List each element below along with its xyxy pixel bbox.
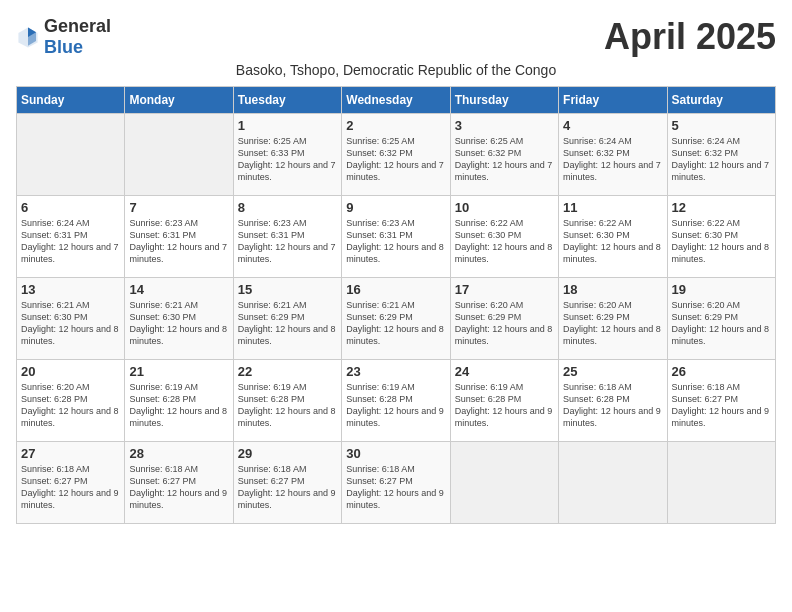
calendar-cell: 22Sunrise: 6:19 AMSunset: 6:28 PMDayligh… xyxy=(233,360,341,442)
header-tuesday: Tuesday xyxy=(233,87,341,114)
calendar-header-row: SundayMondayTuesdayWednesdayThursdayFrid… xyxy=(17,87,776,114)
logo-icon xyxy=(16,25,40,49)
cell-info: Sunrise: 6:21 AMSunset: 6:30 PMDaylight:… xyxy=(129,299,228,348)
calendar-cell: 19Sunrise: 6:20 AMSunset: 6:29 PMDayligh… xyxy=(667,278,775,360)
day-number: 6 xyxy=(21,200,120,215)
header-sunday: Sunday xyxy=(17,87,125,114)
header-wednesday: Wednesday xyxy=(342,87,450,114)
calendar-week-1: 1Sunrise: 6:25 AMSunset: 6:33 PMDaylight… xyxy=(17,114,776,196)
calendar-table: SundayMondayTuesdayWednesdayThursdayFrid… xyxy=(16,86,776,524)
day-number: 4 xyxy=(563,118,662,133)
header-monday: Monday xyxy=(125,87,233,114)
calendar-cell: 30Sunrise: 6:18 AMSunset: 6:27 PMDayligh… xyxy=(342,442,450,524)
cell-info: Sunrise: 6:23 AMSunset: 6:31 PMDaylight:… xyxy=(129,217,228,266)
cell-info: Sunrise: 6:19 AMSunset: 6:28 PMDaylight:… xyxy=(455,381,554,430)
day-number: 7 xyxy=(129,200,228,215)
day-number: 14 xyxy=(129,282,228,297)
calendar-week-4: 20Sunrise: 6:20 AMSunset: 6:28 PMDayligh… xyxy=(17,360,776,442)
cell-info: Sunrise: 6:25 AMSunset: 6:32 PMDaylight:… xyxy=(455,135,554,184)
calendar-cell: 15Sunrise: 6:21 AMSunset: 6:29 PMDayligh… xyxy=(233,278,341,360)
cell-info: Sunrise: 6:22 AMSunset: 6:30 PMDaylight:… xyxy=(455,217,554,266)
day-number: 24 xyxy=(455,364,554,379)
calendar-cell: 14Sunrise: 6:21 AMSunset: 6:30 PMDayligh… xyxy=(125,278,233,360)
cell-info: Sunrise: 6:19 AMSunset: 6:28 PMDaylight:… xyxy=(238,381,337,430)
cell-info: Sunrise: 6:18 AMSunset: 6:27 PMDaylight:… xyxy=(238,463,337,512)
cell-info: Sunrise: 6:22 AMSunset: 6:30 PMDaylight:… xyxy=(672,217,771,266)
cell-info: Sunrise: 6:21 AMSunset: 6:29 PMDaylight:… xyxy=(346,299,445,348)
cell-info: Sunrise: 6:20 AMSunset: 6:29 PMDaylight:… xyxy=(672,299,771,348)
calendar-cell xyxy=(667,442,775,524)
cell-info: Sunrise: 6:18 AMSunset: 6:27 PMDaylight:… xyxy=(129,463,228,512)
calendar-cell: 11Sunrise: 6:22 AMSunset: 6:30 PMDayligh… xyxy=(559,196,667,278)
calendar-cell: 6Sunrise: 6:24 AMSunset: 6:31 PMDaylight… xyxy=(17,196,125,278)
calendar-cell xyxy=(559,442,667,524)
logo-general: General Blue xyxy=(44,16,111,58)
calendar-cell: 17Sunrise: 6:20 AMSunset: 6:29 PMDayligh… xyxy=(450,278,558,360)
header: General Blue April 2025 xyxy=(16,16,776,58)
cell-info: Sunrise: 6:23 AMSunset: 6:31 PMDaylight:… xyxy=(238,217,337,266)
day-number: 30 xyxy=(346,446,445,461)
cell-info: Sunrise: 6:18 AMSunset: 6:28 PMDaylight:… xyxy=(563,381,662,430)
calendar-cell xyxy=(125,114,233,196)
calendar-cell: 26Sunrise: 6:18 AMSunset: 6:27 PMDayligh… xyxy=(667,360,775,442)
day-number: 22 xyxy=(238,364,337,379)
day-number: 27 xyxy=(21,446,120,461)
calendar-cell: 18Sunrise: 6:20 AMSunset: 6:29 PMDayligh… xyxy=(559,278,667,360)
cell-info: Sunrise: 6:22 AMSunset: 6:30 PMDaylight:… xyxy=(563,217,662,266)
cell-info: Sunrise: 6:25 AMSunset: 6:32 PMDaylight:… xyxy=(346,135,445,184)
month-title: April 2025 xyxy=(604,16,776,58)
subtitle: Basoko, Tshopo, Democratic Republic of t… xyxy=(16,62,776,78)
cell-info: Sunrise: 6:19 AMSunset: 6:28 PMDaylight:… xyxy=(346,381,445,430)
calendar-cell: 29Sunrise: 6:18 AMSunset: 6:27 PMDayligh… xyxy=(233,442,341,524)
calendar-cell: 8Sunrise: 6:23 AMSunset: 6:31 PMDaylight… xyxy=(233,196,341,278)
cell-info: Sunrise: 6:24 AMSunset: 6:31 PMDaylight:… xyxy=(21,217,120,266)
cell-info: Sunrise: 6:20 AMSunset: 6:28 PMDaylight:… xyxy=(21,381,120,430)
day-number: 8 xyxy=(238,200,337,215)
cell-info: Sunrise: 6:21 AMSunset: 6:30 PMDaylight:… xyxy=(21,299,120,348)
day-number: 18 xyxy=(563,282,662,297)
cell-info: Sunrise: 6:18 AMSunset: 6:27 PMDaylight:… xyxy=(21,463,120,512)
calendar-cell: 23Sunrise: 6:19 AMSunset: 6:28 PMDayligh… xyxy=(342,360,450,442)
day-number: 28 xyxy=(129,446,228,461)
calendar-cell: 27Sunrise: 6:18 AMSunset: 6:27 PMDayligh… xyxy=(17,442,125,524)
calendar-cell: 1Sunrise: 6:25 AMSunset: 6:33 PMDaylight… xyxy=(233,114,341,196)
calendar-cell: 2Sunrise: 6:25 AMSunset: 6:32 PMDaylight… xyxy=(342,114,450,196)
day-number: 21 xyxy=(129,364,228,379)
day-number: 17 xyxy=(455,282,554,297)
day-number: 9 xyxy=(346,200,445,215)
day-number: 12 xyxy=(672,200,771,215)
calendar-cell xyxy=(450,442,558,524)
day-number: 10 xyxy=(455,200,554,215)
day-number: 26 xyxy=(672,364,771,379)
day-number: 16 xyxy=(346,282,445,297)
cell-info: Sunrise: 6:24 AMSunset: 6:32 PMDaylight:… xyxy=(563,135,662,184)
calendar-cell: 25Sunrise: 6:18 AMSunset: 6:28 PMDayligh… xyxy=(559,360,667,442)
day-number: 29 xyxy=(238,446,337,461)
calendar-cell: 4Sunrise: 6:24 AMSunset: 6:32 PMDaylight… xyxy=(559,114,667,196)
cell-info: Sunrise: 6:20 AMSunset: 6:29 PMDaylight:… xyxy=(563,299,662,348)
day-number: 23 xyxy=(346,364,445,379)
logo: General Blue xyxy=(16,16,111,58)
calendar-cell: 5Sunrise: 6:24 AMSunset: 6:32 PMDaylight… xyxy=(667,114,775,196)
day-number: 3 xyxy=(455,118,554,133)
cell-info: Sunrise: 6:18 AMSunset: 6:27 PMDaylight:… xyxy=(346,463,445,512)
cell-info: Sunrise: 6:21 AMSunset: 6:29 PMDaylight:… xyxy=(238,299,337,348)
header-saturday: Saturday xyxy=(667,87,775,114)
calendar-cell: 12Sunrise: 6:22 AMSunset: 6:30 PMDayligh… xyxy=(667,196,775,278)
day-number: 25 xyxy=(563,364,662,379)
calendar-cell: 16Sunrise: 6:21 AMSunset: 6:29 PMDayligh… xyxy=(342,278,450,360)
day-number: 13 xyxy=(21,282,120,297)
cell-info: Sunrise: 6:20 AMSunset: 6:29 PMDaylight:… xyxy=(455,299,554,348)
cell-info: Sunrise: 6:24 AMSunset: 6:32 PMDaylight:… xyxy=(672,135,771,184)
cell-info: Sunrise: 6:25 AMSunset: 6:33 PMDaylight:… xyxy=(238,135,337,184)
calendar-cell: 9Sunrise: 6:23 AMSunset: 6:31 PMDaylight… xyxy=(342,196,450,278)
calendar-cell: 7Sunrise: 6:23 AMSunset: 6:31 PMDaylight… xyxy=(125,196,233,278)
cell-info: Sunrise: 6:19 AMSunset: 6:28 PMDaylight:… xyxy=(129,381,228,430)
day-number: 11 xyxy=(563,200,662,215)
calendar-cell: 28Sunrise: 6:18 AMSunset: 6:27 PMDayligh… xyxy=(125,442,233,524)
header-friday: Friday xyxy=(559,87,667,114)
calendar-cell: 3Sunrise: 6:25 AMSunset: 6:32 PMDaylight… xyxy=(450,114,558,196)
day-number: 19 xyxy=(672,282,771,297)
day-number: 2 xyxy=(346,118,445,133)
calendar-week-2: 6Sunrise: 6:24 AMSunset: 6:31 PMDaylight… xyxy=(17,196,776,278)
